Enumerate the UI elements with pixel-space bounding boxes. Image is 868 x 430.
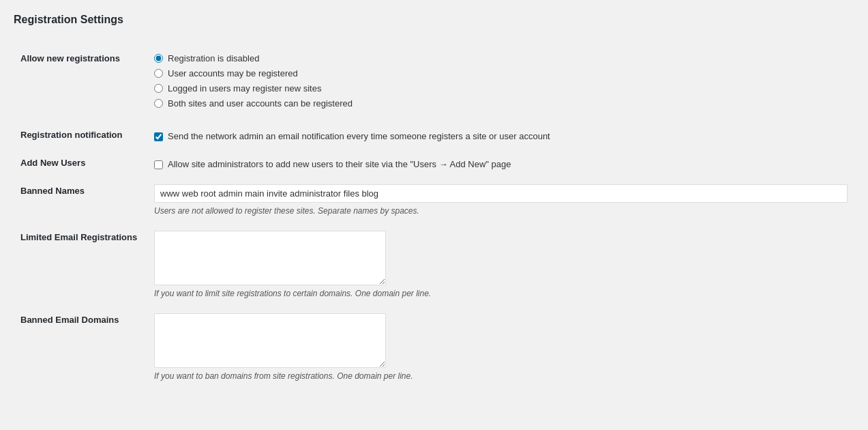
banned-names-label: Banned Names — [20, 186, 85, 196]
page-title: Registration Settings — [14, 14, 854, 33]
limited-email-registrations-description: If you want to limit site registrations … — [154, 289, 848, 298]
add-new-users-checkbox[interactable] — [154, 160, 163, 169]
radio-label-disabled: Registration is disabled — [168, 53, 259, 63]
limited-email-registrations-textarea[interactable] — [154, 231, 386, 285]
radio-both[interactable]: Both sites and user accounts can be regi… — [154, 98, 848, 109]
radio-label-sites: Logged in users may register new sites — [168, 83, 321, 94]
registration-notification-label: Registration notification — [20, 130, 123, 140]
banned-email-domains-description: If you want to ban domains from site reg… — [154, 371, 848, 381]
banned-email-domains-label: Banned Email Domains — [20, 315, 119, 325]
add-new-users-checkbox-row[interactable]: Allow site administrators to add new use… — [154, 159, 848, 169]
radio-registration-disabled[interactable]: Registration is disabled — [154, 53, 848, 63]
banned-names-input[interactable] — [154, 184, 848, 203]
radio-label-both: Both sites and user accounts can be regi… — [168, 98, 353, 109]
banned-names-description: Users are not allowed to register these … — [154, 206, 848, 216]
allow-registrations-label: Allow new registrations — [20, 53, 120, 63]
registration-notification-checkbox[interactable] — [154, 132, 163, 141]
add-new-users-label: Add New Users — [20, 158, 85, 168]
radio-user-accounts[interactable]: User accounts may be registered — [154, 68, 848, 78]
registration-notification-checkbox-row[interactable]: Send the network admin an email notifica… — [154, 131, 848, 141]
radio-label-user: User accounts may be registered — [168, 68, 298, 78]
limited-email-registrations-label: Limited Email Registrations — [20, 232, 137, 242]
registration-notification-checkbox-label: Send the network admin an email notifica… — [168, 131, 550, 141]
banned-email-domains-textarea[interactable] — [154, 313, 386, 368]
add-new-users-checkbox-label: Allow site administrators to add new use… — [168, 159, 511, 169]
radio-logged-in-sites[interactable]: Logged in users may register new sites — [154, 83, 848, 94]
